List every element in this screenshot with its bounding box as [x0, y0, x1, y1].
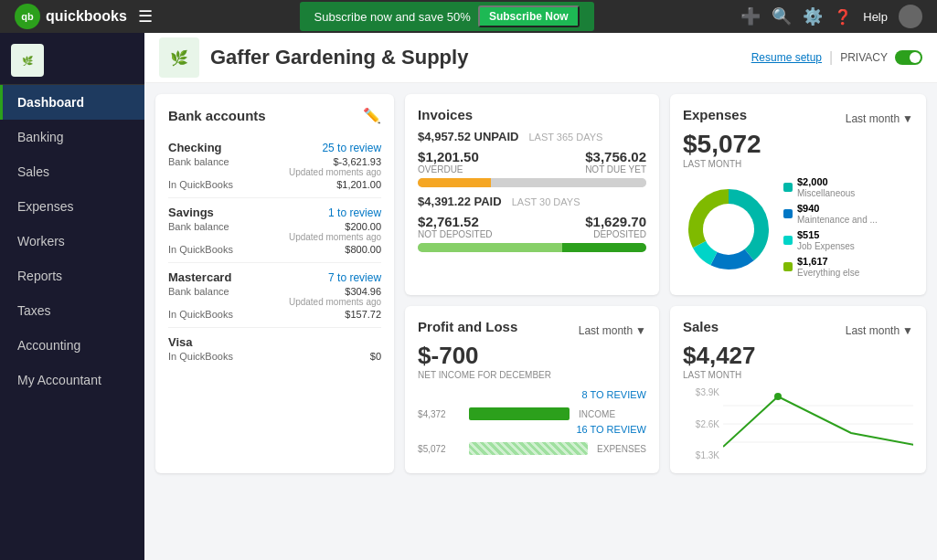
sidebar-item-sales[interactable]: Sales	[0, 154, 144, 189]
checking-qb-row: In QuickBooks $1,201.00	[168, 179, 381, 190]
sales-line-chart	[723, 387, 913, 460]
sidebar-item-expenses[interactable]: Expenses	[0, 189, 144, 224]
invoices-paid-amount: $4,391.22 PAID	[418, 195, 502, 208]
sidebar-company: 🌿	[0, 37, 144, 85]
chevron-down-icon: ▼	[902, 112, 913, 125]
mastercard-balance-row: Bank balance $304.96 Updated moments ago	[168, 286, 381, 307]
mastercard-qb-label: In QuickBooks	[168, 309, 233, 320]
company-avatar: 🌿	[159, 37, 199, 78]
sales-chart: $3.9K $2.6K $1.3K	[683, 387, 913, 460]
company-title: Gaffer Gardening & Supply	[210, 46, 468, 69]
promo-text: Subscribe now and save 50%	[314, 10, 471, 24]
qb-logo: qb quickbooks	[15, 4, 127, 29]
income-label: INCOME	[579, 409, 615, 419]
invoices-overdue-amount: $1,201.50	[418, 149, 479, 164]
subscribe-button[interactable]: Subscribe Now	[478, 5, 580, 27]
sidebar-item-accountant[interactable]: My Accountant	[0, 363, 144, 397]
bank-accounts-header: Bank accounts ✏️	[168, 107, 381, 124]
invoices-notdeposited-amount: $2,761.52	[418, 214, 493, 229]
legend-dot-0	[783, 183, 793, 192]
privacy-toggle[interactable]	[895, 50, 922, 65]
svg-point-10	[774, 393, 782, 400]
mastercard-updated: Updated moments ago	[289, 297, 381, 307]
sales-title: Sales	[683, 319, 719, 334]
sidebar-item-dashboard[interactable]: Dashboard	[0, 85, 144, 120]
avatar[interactable]	[899, 5, 922, 28]
mastercard-balance: $304.96	[289, 286, 381, 297]
invoices-notdeposited-label: NOT DEPOSITED	[418, 229, 493, 239]
sidebar-item-accounting[interactable]: Accounting	[0, 328, 144, 363]
savings-qb-label: In QuickBooks	[168, 244, 233, 255]
invoices-paid-row: $4,391.22 PAID LAST 30 DAYS	[418, 195, 646, 208]
invoices-deposit-row: $2,761.52 NOT DEPOSITED $1,629.70 DEPOSI…	[418, 214, 646, 239]
legend-dot-1	[783, 209, 793, 218]
sales-header: Sales Last month ▼	[683, 319, 913, 342]
mastercard-qb-balance: $157.72	[345, 309, 381, 320]
profit-loss-period-dropdown[interactable]: Last month ▼	[579, 324, 646, 337]
visa-balance-label: In QuickBooks	[168, 351, 233, 362]
mastercard-balance-label: Bank balance	[168, 286, 229, 307]
resume-setup-link[interactable]: Resume setup	[751, 51, 822, 64]
savings-qb-row: In QuickBooks $800.00	[168, 244, 381, 255]
sales-card: Sales Last month ▼ $4,427 LAST MONTH $3.…	[670, 306, 926, 473]
top-banner: qb quickbooks ☰ Subscribe now and save 5…	[0, 0, 937, 33]
mastercard-review[interactable]: 7 to review	[328, 271, 381, 284]
invoices-deposited-amount: $1,629.70	[585, 214, 646, 229]
help-text[interactable]: Help	[863, 10, 888, 24]
bank-edit-icon[interactable]: ✏️	[363, 107, 381, 124]
header-right: Resume setup | PRIVACY	[751, 49, 922, 66]
profit-loss-title: Profit and Loss	[418, 319, 517, 334]
checking-updated: Updated moments ago	[289, 167, 381, 177]
sidebar-item-workers[interactable]: Workers	[0, 224, 144, 259]
sidebar-item-reports[interactable]: Reports	[0, 259, 144, 293]
savings-balance: $200.00	[289, 221, 381, 232]
visa-balance: $0	[370, 351, 381, 362]
y-label-0: $3.9K	[683, 387, 719, 397]
expenses-amount: $5,072	[683, 130, 913, 159]
banner-left: qb quickbooks ☰	[15, 4, 153, 29]
expenses-period-dropdown[interactable]: Last month ▼	[846, 112, 913, 125]
sales-amount: $4,427	[683, 342, 913, 370]
invoices-overdue-label: OVERDUE	[418, 164, 479, 174]
chevron-down-icon: ▼	[635, 324, 646, 337]
invoices-progress-bar2	[418, 243, 646, 252]
search-icon[interactable]: 🔍	[772, 6, 792, 26]
chart-y-axis: $3.9K $2.6K $1.3K	[683, 387, 719, 460]
add-icon[interactable]: ➕	[740, 6, 761, 26]
checking-balance-row: Bank balance $-3,621.93 Updated moments …	[168, 156, 381, 177]
mastercard-name: Mastercard	[168, 270, 231, 284]
income-bar-row: $4,372 INCOME	[418, 407, 646, 420]
invoices-overdue-col: $1,201.50 OVERDUE	[418, 149, 479, 174]
overdue-bar	[418, 178, 491, 187]
y-label-1: $2.6K	[683, 419, 719, 429]
legend-dot-3	[783, 262, 793, 271]
checking-qb-label: In QuickBooks	[168, 179, 233, 190]
y-label-2: $1.3K	[683, 450, 719, 460]
visa-balance-row: In QuickBooks $0	[168, 351, 381, 362]
svg-point-6	[703, 204, 754, 255]
checking-balance: $-3,621.93	[289, 156, 381, 167]
profit-loss-bars: 8 TO REVIEW $4,372 INCOME 16 TO REVIEW $…	[418, 389, 646, 455]
bank-account-visa-header: Visa	[168, 335, 381, 349]
sidebar-item-banking[interactable]: Banking	[0, 120, 144, 154]
checking-qb-balance: $1,201.00	[336, 179, 381, 190]
expenses-review-link[interactable]: 16 TO REVIEW	[418, 424, 646, 435]
notdue-bar	[491, 178, 646, 187]
divider: |	[829, 49, 833, 66]
sales-chart-container: $3.9K $2.6K $1.3K	[683, 387, 913, 460]
legend-item-0: $2,000Miscellaneous	[783, 176, 878, 198]
help-icon[interactable]: ❓	[834, 8, 852, 26]
gear-icon[interactable]: ⚙️	[803, 6, 823, 26]
savings-review[interactable]: 1 to review	[328, 206, 381, 219]
invoices-notdeposited-col: $2,761.52 NOT DEPOSITED	[418, 214, 493, 239]
invoices-paid-period: LAST 30 DAYS	[512, 196, 580, 207]
invoices-card: Invoices $4,957.52 UNPAID LAST 365 DAYS …	[405, 94, 659, 295]
sidebar-item-taxes[interactable]: Taxes	[0, 293, 144, 328]
income-review-link[interactable]: 8 TO REVIEW	[418, 389, 646, 400]
sales-period-dropdown[interactable]: Last month ▼	[846, 324, 913, 337]
profit-loss-label: NET INCOME FOR DECEMBER	[418, 370, 646, 380]
checking-review[interactable]: 25 to review	[322, 142, 381, 154]
hamburger-icon[interactable]: ☰	[138, 6, 153, 26]
legend-item-1: $940Maintenance and ...	[783, 203, 878, 225]
invoices-deposited-label: DEPOSITED	[585, 229, 646, 239]
